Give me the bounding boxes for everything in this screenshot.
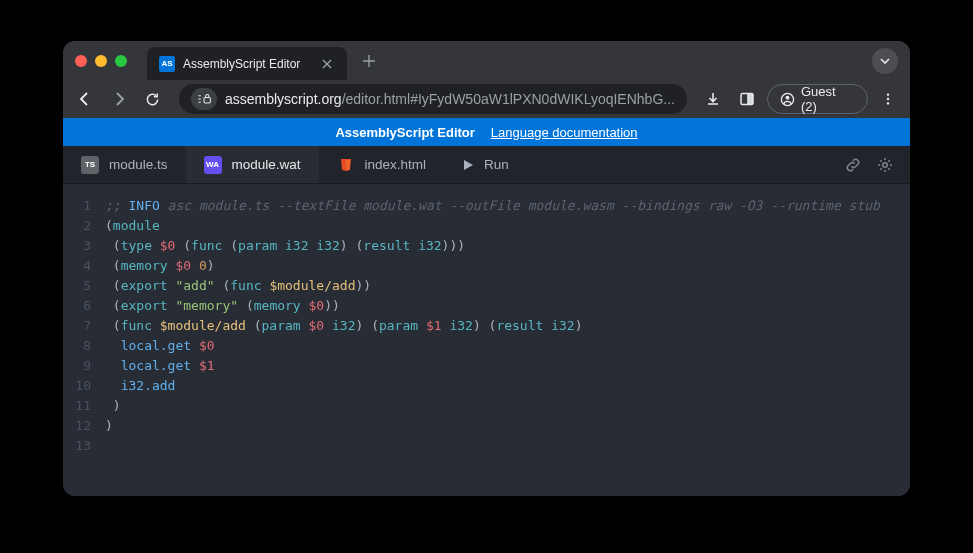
code-editor[interactable]: 12345678910111213 ;; INFO asc module.ts … xyxy=(63,184,910,496)
editor-tab-run[interactable]: Run xyxy=(444,146,527,183)
editor-tab-label: index.html xyxy=(365,157,427,172)
html-icon xyxy=(337,156,355,174)
new-tab-button[interactable] xyxy=(357,49,381,73)
forward-button[interactable] xyxy=(105,85,133,113)
side-panel-button[interactable] xyxy=(733,85,761,113)
maximize-window-button[interactable] xyxy=(115,55,127,67)
settings-icon[interactable] xyxy=(876,156,894,174)
site-info-button[interactable] xyxy=(191,88,217,110)
svg-point-4 xyxy=(785,95,789,99)
svg-point-5 xyxy=(887,93,889,95)
svg-point-6 xyxy=(887,98,889,100)
url-text: assemblyscript.org/editor.html#IyFydW50a… xyxy=(225,91,675,107)
wasm-icon: WA xyxy=(204,156,222,174)
editor-tab-module-ts[interactable]: TS module.ts xyxy=(63,146,186,183)
svg-point-7 xyxy=(887,102,889,104)
favicon: AS xyxy=(159,56,175,72)
app-banner: AssemblyScript Editor Language documenta… xyxy=(63,118,910,146)
line-gutter: 12345678910111213 xyxy=(63,196,105,496)
editor-tab-label: module.ts xyxy=(109,157,168,172)
titlebar: AS AssemblyScript Editor xyxy=(63,41,910,80)
editor-tab-label: module.wat xyxy=(232,157,301,172)
link-icon[interactable] xyxy=(844,156,862,174)
ts-icon: TS xyxy=(81,156,99,174)
back-button[interactable] xyxy=(71,85,99,113)
tabs-dropdown-button[interactable] xyxy=(872,48,898,74)
address-bar[interactable]: assemblyscript.org/editor.html#IyFydW50a… xyxy=(179,84,687,114)
svg-rect-0 xyxy=(204,97,210,103)
download-button[interactable] xyxy=(699,85,727,113)
browser-toolbar: assemblyscript.org/editor.html#IyFydW50a… xyxy=(63,80,910,118)
close-window-button[interactable] xyxy=(75,55,87,67)
banner-title: AssemblyScript Editor xyxy=(335,125,474,140)
banner-docs-link[interactable]: Language documentation xyxy=(491,125,638,140)
editor-tab-index-html[interactable]: index.html xyxy=(319,146,445,183)
browser-window: AS AssemblyScript Editor xyxy=(63,41,910,496)
editor-tabs: TS module.ts WA module.wat index.html Ru… xyxy=(63,146,910,184)
minimize-window-button[interactable] xyxy=(95,55,107,67)
profile-label: Guest (2) xyxy=(801,84,855,114)
profile-button[interactable]: Guest (2) xyxy=(767,84,868,114)
play-icon xyxy=(462,159,474,171)
browser-tab[interactable]: AS AssemblyScript Editor xyxy=(147,47,347,80)
menu-button[interactable] xyxy=(874,85,902,113)
svg-rect-2 xyxy=(748,94,753,105)
editor-tab-module-wat[interactable]: WA module.wat xyxy=(186,146,319,183)
tab-title: AssemblyScript Editor xyxy=(183,57,300,71)
svg-point-8 xyxy=(883,162,888,167)
close-tab-button[interactable] xyxy=(319,56,335,72)
window-controls xyxy=(75,55,127,67)
reload-button[interactable] xyxy=(139,85,167,113)
editor-tab-label: Run xyxy=(484,157,509,172)
code-content[interactable]: ;; INFO asc module.ts --textFile module.… xyxy=(105,196,910,496)
